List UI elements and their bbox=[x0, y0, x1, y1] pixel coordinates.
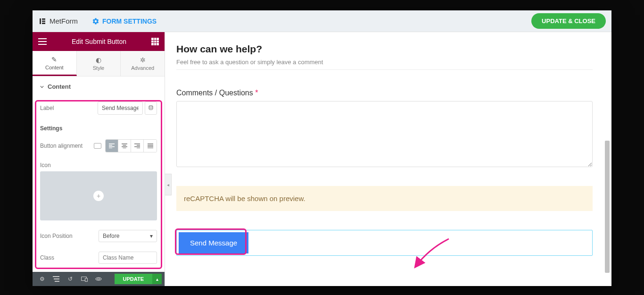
svg-rect-23 bbox=[55, 281, 59, 282]
controls-panel: Content Label Settings Button a bbox=[33, 76, 165, 272]
svg-rect-18 bbox=[148, 145, 153, 146]
svg-rect-17 bbox=[148, 143, 153, 144]
svg-rect-2 bbox=[42, 20, 45, 22]
class-field-label: Class bbox=[40, 254, 54, 261]
svg-rect-22 bbox=[54, 278, 59, 279]
history-icon[interactable]: ↺ bbox=[64, 274, 77, 284]
preview-area: How can we help? Feel free to ask a ques… bbox=[165, 32, 611, 286]
svg-rect-14 bbox=[137, 145, 140, 146]
svg-rect-3 bbox=[42, 23, 45, 24]
dynamic-tags-button[interactable] bbox=[145, 101, 157, 115]
elementor-logo-icon bbox=[38, 17, 47, 25]
settings-subheader: Settings bbox=[33, 119, 165, 135]
comments-label-text: Comments / Questions bbox=[176, 89, 253, 97]
style-icon: ◐ bbox=[95, 56, 102, 64]
svg-rect-6 bbox=[109, 145, 112, 146]
svg-rect-19 bbox=[148, 146, 153, 147]
pencil-icon: ✎ bbox=[50, 56, 58, 63]
label-field-label: Label bbox=[40, 105, 54, 111]
responsive-mode-icon[interactable] bbox=[78, 274, 91, 284]
control-button-alignment: Button alignment bbox=[33, 135, 165, 157]
tab-style[interactable]: ◐ Style bbox=[77, 51, 121, 76]
align-left-button[interactable] bbox=[106, 140, 118, 152]
sidebar-header: Edit Submit Button bbox=[33, 32, 165, 51]
svg-rect-12 bbox=[123, 148, 126, 148]
preview-subtitle: Feel free to ask a question or simply le… bbox=[176, 59, 593, 66]
svg-rect-8 bbox=[109, 148, 112, 148]
svg-rect-20 bbox=[148, 148, 153, 148]
topbar: MetForm FORM SETTINGS UPDATE & CLOSE bbox=[33, 10, 611, 32]
brand-label: MetForm bbox=[50, 17, 78, 25]
svg-rect-0 bbox=[40, 18, 41, 24]
control-icon-position: Icon Position Before ▾ bbox=[33, 225, 165, 247]
sidebar-title: Edit Submit Button bbox=[72, 38, 126, 45]
svg-rect-5 bbox=[109, 143, 115, 144]
tab-advanced[interactable]: ✲ Advanced bbox=[121, 51, 165, 76]
update-close-button[interactable]: UPDATE & CLOSE bbox=[531, 13, 606, 29]
recaptcha-placeholder: reCAPTCHA will be shown on preview. bbox=[176, 186, 593, 211]
svg-rect-1 bbox=[42, 18, 45, 20]
icon-position-value: Before bbox=[103, 233, 119, 239]
svg-rect-10 bbox=[123, 145, 126, 146]
tab-content-label: Content bbox=[45, 65, 64, 70]
gear-icon bbox=[92, 17, 99, 25]
tab-content[interactable]: ✎ Content bbox=[33, 51, 77, 76]
editor-tabs: ✎ Content ◐ Style ✲ Advanced bbox=[33, 51, 165, 76]
svg-rect-13 bbox=[134, 143, 140, 144]
class-input[interactable] bbox=[99, 252, 157, 264]
control-label: Label bbox=[33, 97, 165, 119]
form-settings-button[interactable]: FORM SETTINGS bbox=[92, 17, 157, 25]
svg-rect-21 bbox=[53, 276, 59, 277]
label-input[interactable] bbox=[98, 101, 143, 115]
sidebar: Edit Submit Button ✎ Content ◐ Style ✲ A… bbox=[33, 32, 165, 286]
control-class: Class bbox=[33, 247, 165, 269]
section-toggle-content[interactable]: Content bbox=[33, 76, 165, 97]
cog-icon: ✲ bbox=[139, 56, 147, 64]
alignment-label: Button alignment bbox=[40, 143, 94, 149]
preview-heading: How can we help? bbox=[176, 43, 593, 55]
required-indicator: * bbox=[255, 89, 258, 97]
form-settings-label: FORM SETTINGS bbox=[102, 17, 157, 25]
svg-rect-15 bbox=[134, 146, 140, 147]
svg-rect-16 bbox=[137, 148, 140, 148]
database-icon bbox=[149, 105, 153, 111]
submit-button[interactable]: Send Message bbox=[179, 232, 248, 253]
section-content-label: Content bbox=[48, 83, 71, 90]
preview-scrollbar[interactable] bbox=[604, 32, 611, 286]
submit-button-widget[interactable]: Send Message bbox=[176, 230, 593, 256]
align-center-button[interactable] bbox=[118, 140, 131, 152]
icon-picker[interactable]: + bbox=[40, 171, 157, 220]
tab-advanced-label: Advanced bbox=[131, 65, 154, 71]
comments-textarea[interactable] bbox=[176, 101, 593, 167]
icon-position-select[interactable]: Before ▾ bbox=[99, 230, 157, 242]
chevron-down-icon bbox=[40, 85, 44, 89]
update-button[interactable]: UPDATE bbox=[115, 274, 152, 284]
svg-point-4 bbox=[149, 106, 153, 107]
alignment-buttons bbox=[105, 139, 157, 152]
update-options-button[interactable]: ▴ bbox=[152, 274, 162, 284]
widgets-grid-icon[interactable] bbox=[151, 38, 159, 45]
divider bbox=[176, 69, 593, 70]
align-right-button[interactable] bbox=[131, 140, 144, 152]
navigator-icon[interactable] bbox=[50, 274, 63, 284]
icon-position-label: Icon Position bbox=[40, 233, 73, 239]
align-justify-button[interactable] bbox=[144, 140, 157, 152]
scrollbar-thumb[interactable] bbox=[605, 141, 610, 273]
control-icon: Icon bbox=[33, 157, 165, 169]
settings-icon[interactable]: ⚙ bbox=[35, 274, 49, 284]
svg-rect-25 bbox=[85, 278, 88, 281]
plus-icon: + bbox=[93, 191, 104, 201]
svg-rect-7 bbox=[109, 146, 115, 147]
svg-point-26 bbox=[98, 278, 99, 280]
svg-rect-11 bbox=[122, 146, 127, 147]
chevron-down-icon: ▾ bbox=[150, 233, 153, 239]
svg-rect-9 bbox=[122, 143, 127, 144]
hamburger-icon[interactable] bbox=[38, 38, 47, 45]
comments-field-label: Comments / Questions * bbox=[176, 89, 593, 97]
icon-field-label: Icon bbox=[40, 162, 51, 169]
bottom-bar: ⚙ ↺ UPDATE ▴ bbox=[33, 272, 165, 286]
responsive-icon[interactable] bbox=[94, 143, 101, 149]
preview-icon[interactable] bbox=[92, 274, 105, 284]
tab-style-label: Style bbox=[93, 65, 104, 71]
panel-collapse-handle[interactable]: ◂ bbox=[165, 174, 172, 195]
